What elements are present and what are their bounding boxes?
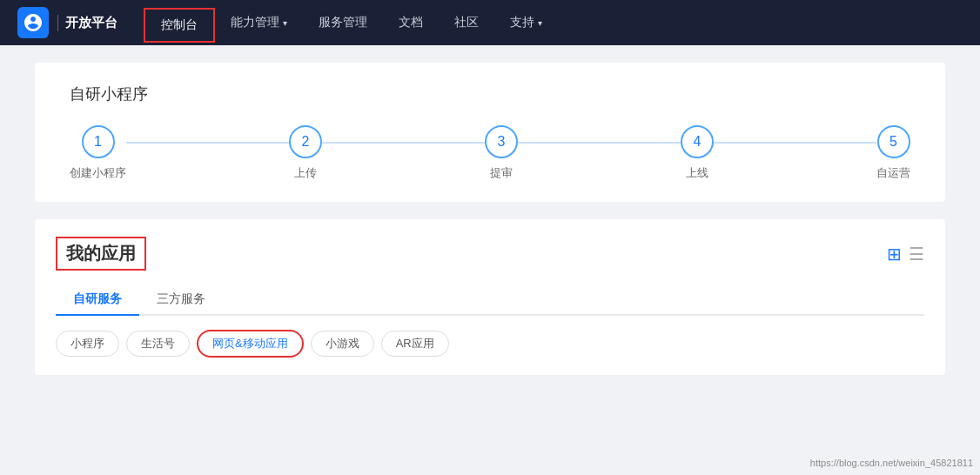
tab-third-party[interactable]: 三方服务 (139, 284, 223, 314)
step-line-3-4 (518, 142, 681, 144)
step-4: 4 上线 (681, 125, 714, 181)
tab-miniapp[interactable]: 小程序 (56, 331, 119, 357)
chevron-down-icon: ▾ (283, 18, 287, 28)
step-5: 5 自运营 (876, 125, 910, 181)
step-circle-3: 3 (485, 125, 518, 158)
nav-menu: 控制台 能力管理 ▾ 服务管理 文档 社区 支持 ▾ (144, 0, 963, 45)
step-2: 2 上传 (289, 125, 322, 181)
navbar: 开放平台 控制台 能力管理 ▾ 服务管理 文档 社区 支持 ▾ (0, 0, 980, 45)
step-circle-5: 5 (877, 125, 910, 158)
stepper-flow: 1 创建小程序 2 上传 3 提审 4 上线 5 自运营 (70, 125, 910, 181)
step-label-3: 提审 (490, 165, 513, 181)
tab-self-service[interactable]: 自研服务 (56, 284, 139, 314)
main-content: 自研小程序 1 创建小程序 2 上传 3 提审 4 上线 5 (0, 45, 980, 392)
tab-lifenumber[interactable]: 生活号 (126, 331, 190, 357)
apps-title: 我的应用 (56, 237, 146, 271)
step-1: 1 创建小程序 (70, 125, 126, 181)
step-label-2: 上传 (294, 165, 317, 181)
chevron-down-icon: ▾ (538, 18, 542, 28)
step-3: 3 提审 (485, 125, 518, 181)
step-label-5: 自运营 (876, 165, 910, 181)
tab-web-mobile[interactable]: 网页&移动应用 (197, 330, 304, 358)
alipay-logo-icon (17, 7, 49, 38)
service-tabs: 自研服务 三方服务 (56, 284, 924, 316)
step-line-2-3 (322, 142, 485, 144)
grid-view-button[interactable]: ⊞ (887, 244, 902, 264)
step-line-4-5 (714, 142, 876, 144)
tab-minigame[interactable]: 小游戏 (311, 331, 374, 357)
nav-item-service[interactable]: 服务管理 (303, 0, 383, 45)
step-circle-4: 4 (681, 125, 714, 158)
step-circle-2: 2 (289, 125, 322, 158)
footer-link: https://blog.csdn.net/weixin_45821811 (810, 458, 973, 468)
logo-area[interactable]: 开放平台 (17, 7, 117, 38)
nav-item-capability[interactable]: 能力管理 ▾ (215, 0, 303, 45)
step-circle-1: 1 (82, 125, 115, 158)
step-label-4: 上线 (686, 165, 708, 181)
nav-item-community[interactable]: 社区 (439, 0, 494, 45)
stepper-title: 自研小程序 (70, 84, 910, 104)
apps-header: 我的应用 ⊞ ☰ (56, 237, 924, 271)
nav-item-support[interactable]: 支持 ▾ (494, 0, 558, 45)
logo-text: 开放平台 (57, 15, 117, 31)
apps-section: 我的应用 ⊞ ☰ 自研服务 三方服务 小程序 生活号 网页&移动应用 小游戏 A… (35, 219, 945, 375)
list-view-button[interactable]: ☰ (909, 244, 924, 264)
step-label-1: 创建小程序 (70, 165, 126, 181)
tab-ar-app[interactable]: AR应用 (381, 331, 449, 357)
view-toggle: ⊞ ☰ (887, 244, 924, 264)
stepper-section: 自研小程序 1 创建小程序 2 上传 3 提审 4 上线 5 (35, 63, 945, 202)
nav-item-docs[interactable]: 文档 (383, 0, 439, 45)
nav-item-console[interactable]: 控制台 (144, 8, 215, 43)
step-line-1-2 (126, 142, 289, 144)
app-type-tabs: 小程序 生活号 网页&移动应用 小游戏 AR应用 (56, 330, 924, 358)
